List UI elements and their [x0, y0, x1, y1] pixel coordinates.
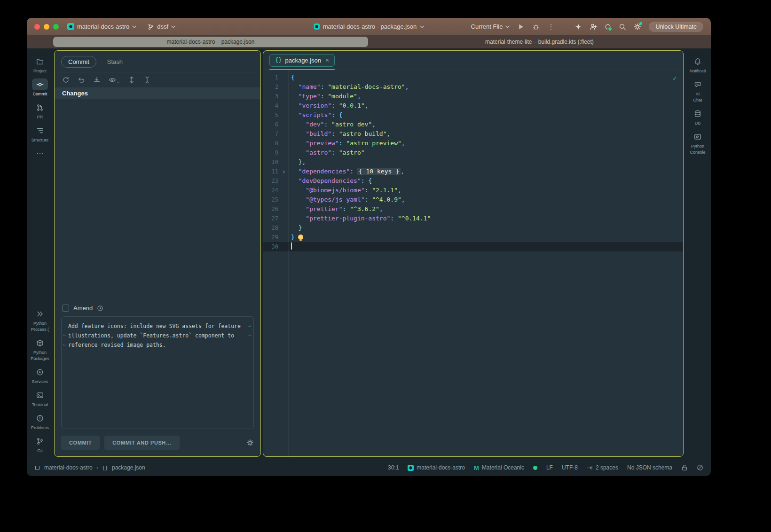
structure-icon — [36, 127, 44, 134]
line-number: 23 — [263, 176, 288, 186]
ide-window: material-docs-astro dssf material-docs-a… — [27, 18, 711, 476]
window-tabs-bar: material-docs-astro – package.json mater… — [27, 35, 711, 48]
sidebar-item-python-process[interactable]: Python Process ( — [27, 305, 53, 335]
ai-assistant-icon[interactable] — [574, 23, 582, 31]
sidebar-item-ai-chat[interactable]: AI Chat — [685, 76, 710, 105]
expand-all-icon[interactable] — [128, 76, 135, 84]
chevron-down-icon — [132, 25, 136, 28]
vcs-branch-widget[interactable]: dssf — [148, 23, 175, 30]
commit-options-button[interactable] — [246, 439, 254, 446]
no-entry-icon[interactable] — [697, 464, 703, 471]
code-line: 10 }, — [263, 157, 683, 167]
code-line: 2 "name": "material-docs-astro", — [263, 82, 683, 92]
commit-and-push-button[interactable]: COMMIT AND PUSH… — [104, 436, 179, 450]
sidebar-item-python-console[interactable]: Python Console — [685, 128, 710, 157]
sidebar-item-more[interactable] — [27, 145, 53, 162]
chevron-down-icon — [420, 25, 424, 28]
more-actions-icon[interactable] — [547, 23, 555, 31]
fold-collapsed-icon[interactable]: › — [282, 167, 286, 176]
unlock-ultimate-button[interactable]: Unlock Ultimate — [649, 22, 703, 32]
editor-lines[interactable]: ✓ 1{2 "name": "material-docs-astro",3 "t… — [263, 70, 683, 456]
window-title[interactable]: material-docs-astro - package.json — [314, 23, 424, 30]
lock-open-icon[interactable] — [681, 464, 688, 471]
theme-color-dot[interactable] — [533, 466, 537, 470]
pycharm-logo-icon — [314, 23, 320, 30]
settings-button[interactable] — [634, 23, 641, 31]
line-separator-widget[interactable]: LF — [546, 464, 553, 471]
collapse-all-icon[interactable] — [143, 76, 151, 84]
amend-checkbox[interactable] — [62, 305, 69, 312]
sidebar-item-terminal[interactable]: Terminal — [27, 387, 53, 410]
run-configuration-selector[interactable]: Current File — [471, 23, 510, 30]
json-file-icon: {} — [275, 57, 282, 63]
amend-label: Amend — [73, 305, 93, 312]
sidebar-item-pr[interactable]: PR — [27, 99, 53, 122]
sidebar-item-python-packages[interactable]: Python Packages — [27, 335, 53, 364]
editor-tab-label: package.json — [285, 57, 321, 64]
breadcrumb-file[interactable]: package.json — [112, 464, 145, 471]
add-user-icon[interactable] — [590, 23, 597, 31]
run-icon[interactable] — [517, 23, 525, 31]
search-icon[interactable] — [619, 23, 626, 31]
caret-position-widget[interactable]: 30:1 — [388, 464, 399, 471]
close-tab-icon[interactable]: × — [325, 57, 329, 63]
line-number: 30 — [263, 242, 288, 251]
sidebar-item-notifications[interactable]: Notificati — [685, 53, 710, 76]
commit-button[interactable]: COMMIT — [61, 436, 100, 450]
run-config-label: Current File — [471, 23, 503, 30]
json-schema-widget[interactable]: No JSON schema — [627, 464, 672, 471]
sidebar-item-problems[interactable]: Problems — [27, 410, 53, 433]
fullscreen-window-button[interactable] — [53, 24, 59, 30]
sidebar-item-db[interactable]: DB — [685, 105, 710, 128]
encoding-widget[interactable]: UTF-8 — [562, 464, 578, 471]
editor-tab-package-json[interactable]: {} package.json × — [269, 54, 335, 67]
commit-message-input[interactable]: Add feature icons: include new SVG asset… — [61, 316, 254, 429]
interpreter-widget[interactable]: material-docs-astro — [408, 464, 465, 471]
commit-toolbar — [55, 72, 260, 87]
code-line: 27 "prettier-plugin-astro": "^0.14.1" — [263, 214, 683, 223]
view-options-button[interactable] — [109, 76, 120, 84]
sidebar-item-project[interactable]: Project — [27, 53, 53, 76]
terminal-icon — [36, 391, 44, 399]
debug-icon[interactable] — [532, 23, 540, 31]
soft-wrap-icon: ↩ — [248, 331, 251, 340]
commit-tool-window: Commit Stash — [54, 50, 261, 457]
changes-group-row[interactable]: Changes — [55, 87, 260, 99]
chevron-down-icon — [117, 81, 120, 84]
window-tab-active[interactable]: material-docs-astro – package.json — [53, 37, 368, 47]
sidebar-item-git[interactable]: Git — [27, 433, 53, 456]
services-icon — [36, 368, 44, 376]
intention-bulb-icon[interactable] — [298, 235, 303, 240]
line-number: 7 — [263, 129, 288, 139]
inspections-ok-icon[interactable]: ✓ — [673, 74, 677, 83]
theme-widget[interactable]: M Material Oceanic — [474, 464, 524, 471]
json-file-icon: {} — [102, 465, 108, 471]
minimize-window-button[interactable] — [44, 24, 49, 30]
database-icon — [694, 110, 701, 117]
code-line: 5 "scripts": { — [263, 110, 683, 120]
folder-icon — [36, 58, 44, 65]
tab-stash[interactable]: Stash — [100, 56, 130, 68]
pull-request-icon — [36, 104, 44, 111]
shelve-icon[interactable] — [93, 76, 101, 84]
commit-history-icon[interactable] — [97, 305, 103, 312]
sidebar-item-services[interactable]: Services — [27, 364, 53, 387]
code-line: 1{ — [263, 73, 683, 82]
sidebar-item-structure[interactable]: Structure — [27, 122, 53, 145]
code-line: 9 "astro": "astro" — [263, 148, 683, 157]
user-status-icon[interactable] — [605, 23, 611, 30]
window-tab-inactive[interactable]: material-theme-lite – build.gradle.kts (… — [368, 35, 711, 48]
pycharm-logo-icon — [408, 465, 414, 471]
breadcrumb-project[interactable]: material-docs-astro — [44, 464, 93, 471]
branch-icon — [148, 23, 154, 30]
indent-widget[interactable]: 2 spaces — [587, 464, 618, 471]
close-window-button[interactable] — [34, 24, 40, 30]
line-number: 3 — [263, 92, 288, 101]
project-widget[interactable]: material-docs-astro — [67, 23, 136, 30]
tab-commit[interactable]: Commit — [61, 56, 96, 68]
rollback-icon[interactable] — [78, 76, 85, 84]
project-widget-label: material-docs-astro — [77, 23, 129, 30]
refresh-icon[interactable] — [62, 76, 70, 84]
sidebar-item-commit[interactable]: Commit — [27, 76, 53, 99]
project-icon — [34, 465, 40, 471]
